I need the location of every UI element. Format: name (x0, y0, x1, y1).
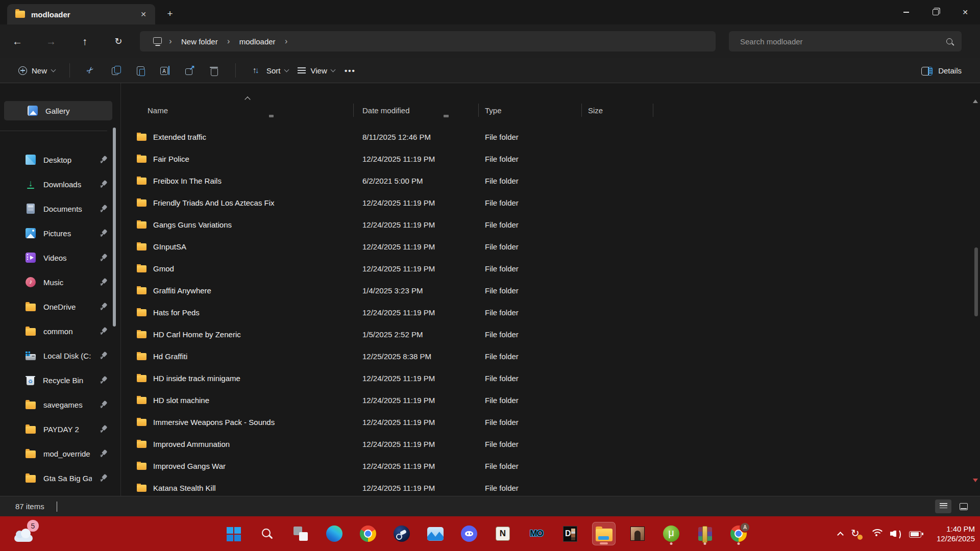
file-row[interactable]: Immersive Weapons Pack - Sounds 12/24/20… (121, 411, 972, 433)
sidebar-item-documents[interactable]: Documents (2, 196, 116, 221)
winrar-icon[interactable] (693, 522, 717, 545)
sidebar-item-common[interactable]: common (2, 319, 116, 343)
search-input[interactable] (736, 37, 946, 46)
sidebar-item-recycle-bin[interactable]: Recycle Bin (2, 368, 116, 392)
file-row[interactable]: Hd Graffiti 12/25/2025 8:38 PM File fold… (121, 345, 972, 367)
file-row[interactable]: Katana Stealth Kill 12/24/2025 11:19 PM … (121, 477, 972, 496)
share-button[interactable] (177, 61, 202, 80)
details-view-toggle[interactable] (935, 499, 951, 513)
paste-button[interactable] (128, 61, 153, 80)
discord-icon[interactable] (457, 522, 481, 545)
file-row[interactable]: Improved Gangs War 12/24/2025 11:19 PM F… (121, 455, 972, 477)
sort-button[interactable]: Sort (245, 62, 292, 79)
task-view-button[interactable] (289, 522, 312, 545)
file-row[interactable]: Gmod 12/24/2025 11:19 PM File folder (121, 258, 972, 280)
file-row[interactable]: Freibox In The Rails 6/2/2021 5:00 PM Fi… (121, 170, 972, 192)
edge-icon[interactable] (323, 522, 346, 545)
steam-icon[interactable] (390, 522, 413, 545)
cut-button[interactable] (79, 61, 104, 80)
sidebar-scrollbar-thumb[interactable] (113, 128, 116, 327)
column-separator[interactable] (653, 104, 653, 117)
sync-update-icon[interactable] (850, 527, 863, 540)
battery-icon[interactable] (909, 531, 921, 538)
chrome-icon[interactable] (356, 522, 380, 545)
refresh-button[interactable] (108, 32, 129, 51)
breadcrumb-segment[interactable]: modloader (235, 35, 280, 48)
back-button[interactable] (7, 32, 28, 51)
sidebar-item-videos[interactable]: Videos (2, 245, 116, 270)
scrollbar-thumb[interactable] (974, 247, 978, 316)
paste-icon (135, 65, 146, 76)
notification-badge: 5 (27, 520, 39, 532)
file-row[interactable]: GInputSA 12/24/2025 11:19 PM File folder (121, 236, 972, 258)
chrome-profile-icon[interactable] (727, 522, 750, 545)
minimize-button[interactable] (891, 0, 921, 24)
copy-button[interactable] (104, 61, 128, 80)
mo-app-icon[interactable] (525, 522, 548, 545)
file-row[interactable]: HD slot machine 12/24/2025 11:19 PM File… (121, 389, 972, 411)
sidebar-item-savegames[interactable]: savegames (2, 392, 116, 417)
search-icon[interactable] (946, 38, 952, 44)
sidebar-item-payday-2[interactable]: PAYDAY 2 (2, 417, 116, 441)
scrollbar-down-arrow[interactable] (973, 479, 978, 482)
scrollbar-up-arrow[interactable] (973, 99, 978, 103)
file-row[interactable]: Gangs Guns Variations 12/24/2025 11:19 P… (121, 214, 972, 236)
see-more-button[interactable] (339, 61, 361, 80)
file-row[interactable]: Graffiti Anywhere 1/4/2025 3:23 PM File … (121, 280, 972, 302)
rename-button[interactable] (153, 61, 177, 80)
search-button[interactable] (255, 522, 279, 545)
volume-icon[interactable] (890, 529, 901, 538)
details-pane-button[interactable]: Details (916, 62, 967, 79)
dyom-app-icon[interactable] (558, 522, 582, 545)
sidebar-item-mod-override[interactable]: mod_override (2, 441, 116, 466)
wifi-icon[interactable] (870, 529, 883, 539)
sidebar-item-pictures[interactable]: Pictures (2, 221, 116, 245)
column-header-type[interactable]: Type (485, 106, 588, 115)
column-header-date-modified[interactable]: Date modified (362, 106, 485, 115)
file-row[interactable]: Fair Police 12/24/2025 11:19 PM File fol… (121, 148, 972, 170)
maximize-button[interactable] (921, 0, 950, 24)
view-button[interactable]: View (292, 62, 339, 79)
clock[interactable]: 1:40 PM 12/26/2025 (931, 524, 975, 543)
sidebar-item-local-disk-c[interactable]: Local Disk (C: (2, 343, 116, 368)
column-separator[interactable] (478, 104, 479, 117)
gta-character-icon[interactable] (626, 522, 649, 545)
up-button[interactable] (75, 32, 95, 51)
address-bar[interactable]: New folder modloader (140, 31, 716, 52)
sidebar-item-label: Desktop (43, 156, 92, 164)
delete-button[interactable] (202, 61, 226, 80)
start-button[interactable] (222, 522, 245, 545)
photos-icon[interactable] (424, 522, 447, 545)
nexus-mods-icon[interactable] (491, 522, 514, 545)
column-separator[interactable] (581, 104, 582, 117)
file-row[interactable]: Friendly Triads And Los Aztecas Fix 12/2… (121, 192, 972, 214)
file-row[interactable]: Extended traffic 8/11/2025 12:46 PM File… (121, 126, 972, 148)
sidebar-item-gta-sa-big-ga[interactable]: Gta Sa Big Ga (2, 466, 116, 490)
sidebar-item-music[interactable]: Music (2, 270, 116, 294)
file-row[interactable]: HD Carl Home by Zeneric 1/5/2025 2:52 PM… (121, 323, 972, 345)
sidebar-item-icon (26, 179, 36, 189)
breadcrumb-segment[interactable]: New folder (177, 35, 222, 48)
widgets-weather-button[interactable]: 5 (13, 521, 38, 546)
new-tab-button[interactable] (162, 6, 178, 21)
sidebar-item-desktop[interactable]: Desktop (2, 147, 116, 172)
file-name-cell: Freibox In The Rails (121, 177, 362, 185)
forward-button[interactable] (41, 32, 61, 51)
new-button[interactable]: New (13, 63, 60, 78)
tray-chevron-up-icon[interactable] (837, 532, 844, 538)
close-button[interactable] (950, 0, 980, 24)
explorer-tab[interactable]: modloader (7, 4, 155, 24)
sidebar-item-downloads[interactable]: Downloads (2, 172, 116, 196)
file-row[interactable]: Hats for Peds 12/24/2025 11:19 PM File f… (121, 302, 972, 323)
breadcrumb: New folder modloader (164, 35, 280, 48)
sidebar-item-onedrive[interactable]: OneDrive (2, 294, 116, 319)
utorrent-icon[interactable] (659, 522, 683, 545)
column-header-name[interactable]: Name (121, 106, 362, 115)
file-row[interactable]: Improved Ammunation 12/24/2025 11:19 PM … (121, 433, 972, 455)
sidebar-item-gallery[interactable]: Gallery (4, 101, 112, 120)
column-separator[interactable] (353, 104, 354, 117)
file-explorer-icon[interactable] (592, 522, 616, 545)
large-icons-view-toggle[interactable] (955, 499, 972, 513)
file-row[interactable]: HD inside track minigame 12/24/2025 11:1… (121, 367, 972, 389)
tab-close-icon[interactable] (137, 8, 150, 21)
